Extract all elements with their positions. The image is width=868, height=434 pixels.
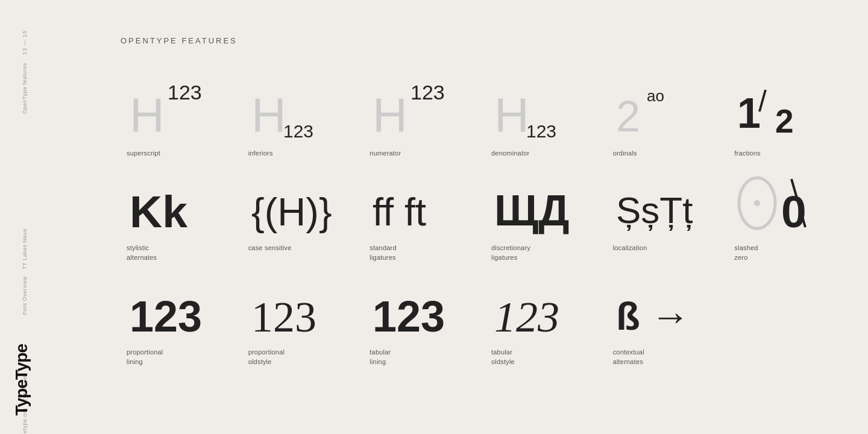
label-denominator: denominator (491, 149, 529, 158)
svg-text:123: 123 (410, 81, 445, 104)
label-standard-ligatures: standard ligatures (370, 244, 396, 262)
svg-text:2: 2 (616, 92, 640, 139)
glyph-superscript: H 123 (127, 75, 230, 142)
glyph-ordinals: 2 ao (613, 75, 717, 142)
features-grid: H 123 superscript H 123 inferiors H 123 (121, 75, 844, 366)
svg-text:123: 123 (168, 81, 202, 104)
feature-denominator: H 123 denominator (485, 75, 601, 158)
glyph-proportional-oldstyle: 123 (248, 274, 352, 341)
svg-text:ff ft: ff ft (373, 190, 426, 234)
glyph-stylistic-alternates: Kk (127, 170, 230, 236)
svg-text:123: 123 (526, 121, 556, 139)
svg-text:ß →: ß → (616, 294, 690, 338)
font-name-label: TT Lakes Neue (21, 228, 29, 269)
feature-proportional-oldstyle: 123 proportional oldstyle (242, 274, 358, 366)
glyph-case-sensitive: {(H)} (248, 170, 352, 236)
svg-text:H: H (373, 88, 407, 139)
glyph-proportional-lining: 123 (127, 274, 230, 341)
svg-text:1: 1 (737, 90, 761, 137)
feature-tabular-oldstyle: 123 tabular oldstyle (485, 274, 601, 366)
feature-ordinals: 2 ao ordinals (607, 75, 723, 158)
svg-text:2: 2 (775, 102, 794, 139)
svg-text:H: H (251, 88, 286, 139)
page-range: 13 — 15 (21, 30, 29, 55)
feature-case-sensitive: {(H)} case sensitive (242, 170, 358, 262)
label-tabular-lining: tabular lining (370, 348, 391, 366)
svg-text:123: 123 (283, 121, 313, 139)
glyph-denominator: H 123 (491, 75, 595, 142)
svg-point-19 (754, 200, 760, 206)
svg-text:123: 123 (130, 292, 202, 341)
label-ordinals: ordinals (613, 149, 637, 158)
feature-tabular-lining: 123 tabular lining (363, 274, 479, 366)
glyph-numerator: H 123 (370, 75, 473, 142)
label-inferiors: inferiors (248, 149, 273, 158)
feature-standard-ligatures: ff ft standard ligatures (363, 170, 479, 262)
svg-text:ЩД: ЩД (494, 186, 570, 234)
svg-text:123: 123 (373, 292, 445, 341)
label-fractions: fractions (734, 149, 760, 158)
svg-text:123: 123 (251, 293, 316, 341)
glyph-standard-ligatures: ff ft (370, 170, 473, 236)
feature-superscript: H 123 superscript (121, 75, 236, 158)
label-superscript: superscript (127, 149, 160, 158)
feature-contextual-alternates: ß → contextual alternates (607, 274, 723, 366)
feature-fractions: 1 / 2 fractions (728, 75, 844, 158)
glyph-tabular-oldstyle: 123 (491, 274, 595, 341)
label-stylistic-alternates: stylistic alternates (127, 244, 157, 262)
svg-text:0: 0 (781, 186, 807, 236)
feature-localization: ȘșȚț localization (607, 170, 723, 262)
glyph-contextual-alternates: ß → (613, 274, 717, 341)
feature-proportional-lining: 123 proportional lining (121, 274, 236, 366)
label-case-sensitive: case sensitive (248, 244, 292, 253)
sidebar: 13 — 15 OpenType features TT Lakes Neue … (0, 0, 60, 434)
font-subtitle-label: Font Overview (21, 276, 29, 315)
label-contextual-alternates: contextual alternates (613, 348, 644, 366)
glyph-localization: ȘșȚț (613, 170, 717, 236)
label-proportional-lining: proportional lining (127, 348, 163, 366)
brand-name: TypeType (12, 344, 31, 416)
label-tabular-oldstyle: tabular oldstyle (491, 348, 515, 366)
label-discretionary-ligatures: discretionary ligatures (491, 244, 530, 262)
label-localization: localization (613, 244, 647, 253)
page-title: OPENTYPE FEATURES (121, 36, 844, 45)
svg-text:H: H (130, 88, 165, 139)
svg-text:Kk: Kk (130, 186, 187, 236)
glyph-slashed-zero: 0 (734, 170, 838, 236)
feature-discretionary-ligatures: ЩД discretionary ligatures (485, 170, 601, 262)
svg-text:123: 123 (494, 293, 559, 341)
feature-inferiors: H 123 inferiors (242, 75, 358, 158)
feature-numerator: H 123 numerator (363, 75, 479, 158)
label-slashed-zero: slashed zero (734, 244, 758, 262)
svg-text:H: H (494, 88, 529, 139)
label-numerator: numerator (370, 149, 401, 158)
glyph-discretionary-ligatures: ЩД (491, 170, 595, 236)
label-proportional-oldstyle: proportional oldstyle (248, 348, 285, 366)
section-label: OpenType features (21, 63, 29, 114)
svg-text:ao: ao (647, 87, 664, 105)
glyph-fractions: 1 / 2 (734, 75, 838, 142)
feature-stylistic-alternates: Kk stylistic alternates (121, 170, 236, 262)
glyph-tabular-lining: 123 (370, 274, 473, 341)
svg-text:/: / (758, 84, 767, 118)
feature-slashed-zero: 0 slashed zero (728, 170, 844, 262)
glyph-inferiors: H 123 (248, 75, 352, 142)
svg-text:ȘșȚț: ȘșȚț (616, 189, 693, 231)
svg-text:{(H)}: {(H)} (251, 190, 332, 234)
main-content: OPENTYPE FEATURES H 123 superscript H 12… (90, 0, 868, 434)
